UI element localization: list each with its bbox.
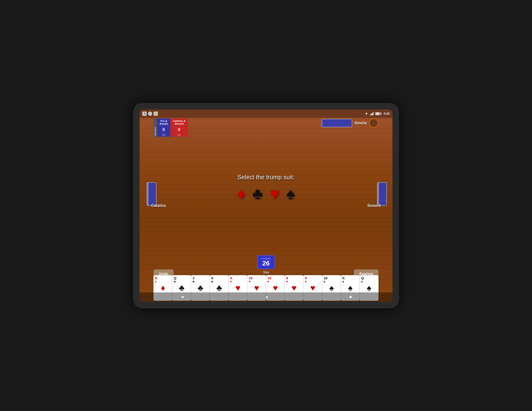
them-footer: Bid: [171, 133, 188, 137]
clock: 4:32: [384, 112, 390, 115]
game-screen: A ○ 🔒 ▼ 4:32 Standard: [140, 110, 392, 302]
score-board: Standard You &Amelia Catalina &Seward 0 …: [154, 118, 188, 137]
you-footer: (26): [157, 133, 171, 137]
signal-icon: [370, 112, 373, 115]
contract-number: 26: [261, 260, 271, 267]
lock2-icon: 🔒: [154, 112, 158, 116]
catalina-cards: [147, 182, 155, 206]
amelia-label: Amelia: [354, 121, 367, 125]
score-table: You &Amelia Catalina &Seward 0 0 (26) Bi…: [157, 118, 188, 137]
app-icon: A: [142, 112, 147, 116]
trump-diamond[interactable]: ♦: [237, 185, 245, 201]
battery-icon: [375, 112, 382, 115]
wifi-icon: ▼: [365, 112, 368, 116]
them-score: 0: [171, 126, 188, 133]
amelia-cards: [322, 119, 352, 127]
lock-icon: ○: [148, 112, 152, 116]
trump-selection-area: Select the trump suit: ♦ ♣ ♥ ♠: [237, 173, 295, 201]
catalina-label: Catalina: [151, 203, 166, 208]
trump-heart[interactable]: ♥: [270, 185, 279, 201]
info-button[interactable]: ↓: [369, 118, 378, 128]
trump-prompt: Select the trump suit:: [237, 173, 295, 181]
game-mode-label: Standard: [154, 118, 157, 137]
seward-label: Seward: [367, 203, 381, 208]
trump-spade[interactable]: ♠: [286, 185, 295, 201]
status-icons: A ○ 🔒: [142, 112, 158, 116]
recent-button[interactable]: ■: [349, 294, 352, 299]
trump-club[interactable]: ♣: [252, 185, 263, 201]
you-header: You &Amelia: [157, 118, 171, 126]
home-button[interactable]: ●: [266, 294, 268, 299]
you-score: 0: [157, 126, 171, 133]
them-header: Catalina &Seward: [171, 118, 188, 126]
status-bar: A ○ 🔒 ▼ 4:32: [140, 110, 392, 118]
back-button[interactable]: ◄: [180, 294, 184, 299]
device-frame: A ○ 🔒 ▼ 4:32 Standard: [133, 103, 399, 308]
amelia-area: Amelia ↓: [322, 118, 378, 128]
contract-badge: Contract 26: [257, 255, 275, 269]
nav-bar: ◄ ● ■: [140, 292, 392, 302]
status-right: ▼ 4:32: [365, 112, 390, 116]
you-label: You: [263, 270, 269, 274]
seward-cards: [377, 182, 385, 206]
trump-suits: ♦ ♣ ♥ ♠: [237, 185, 295, 201]
